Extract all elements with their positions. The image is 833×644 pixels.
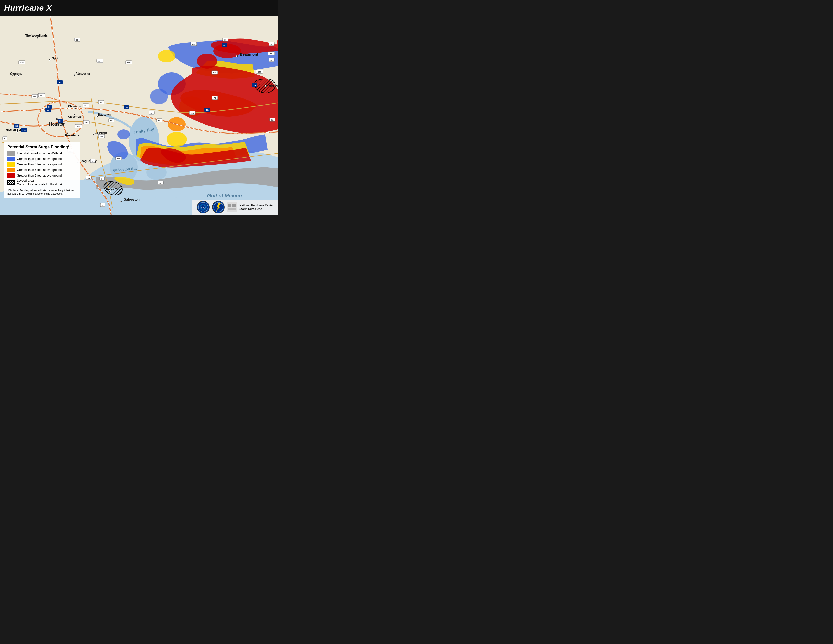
svg-point-11 xyxy=(158,50,175,63)
svg-text:65: 65 xyxy=(158,120,161,122)
svg-rect-153 xyxy=(232,204,236,207)
svg-text:The Woodlands: The Woodlands xyxy=(25,34,48,37)
legend-label-3ft: Greater than 3 feet above ground xyxy=(17,163,61,166)
svg-point-9 xyxy=(167,132,187,147)
legend-label-9ft: Greater than 9 feet above ground xyxy=(17,174,61,177)
svg-text:261: 261 xyxy=(40,95,43,97)
legend-title: Potential Storm Surge Flooding* xyxy=(7,145,77,150)
svg-text:45: 45 xyxy=(59,81,61,84)
svg-text:10: 10 xyxy=(125,106,128,109)
svg-text:Cypress: Cypress xyxy=(10,72,22,76)
svg-text:73: 73 xyxy=(214,97,216,99)
svg-point-13 xyxy=(197,53,217,69)
svg-text:99: 99 xyxy=(110,120,113,122)
svg-text:NOAA: NOAA xyxy=(201,206,206,208)
nhc-title-line1: National Hurricane Center xyxy=(239,204,273,207)
nhc-label: National Hurricane Center Storm Surge Un… xyxy=(239,204,273,211)
svg-text:59: 59 xyxy=(15,125,18,127)
legend-label-intertidal: Intertidal Zone/Estuarine Wetland xyxy=(17,151,62,155)
legend-label-1ft: Greater than 1 foot above ground xyxy=(17,157,61,161)
svg-point-22 xyxy=(265,85,267,87)
svg-text:La Porte: La Porte xyxy=(95,131,107,135)
svg-point-32 xyxy=(93,134,94,135)
svg-text:Baytown: Baytown xyxy=(98,113,111,116)
svg-text:82: 82 xyxy=(271,119,273,121)
svg-text:Pasadena: Pasadena xyxy=(65,134,79,137)
svg-text:124: 124 xyxy=(191,112,194,114)
svg-text:Port Arthur: Port Arthur xyxy=(268,84,278,88)
svg-point-7 xyxy=(150,89,168,104)
svg-text:Spring: Spring xyxy=(52,56,61,60)
svg-text:87: 87 xyxy=(270,59,273,61)
legend-label-6ft: Greater than 6 feet above ground xyxy=(17,168,61,172)
legend-swatch-blue xyxy=(7,156,15,161)
svg-text:62: 62 xyxy=(270,43,273,45)
legend-item-levee: Leveed areaConsult local officials for f… xyxy=(7,179,77,186)
legend-swatch-red xyxy=(7,173,15,178)
legend-swatch-grey xyxy=(7,151,15,156)
svg-text:Atascocita: Atascocita xyxy=(76,72,90,75)
nhc-title-line2: Storm Surge Unit xyxy=(239,207,273,211)
svg-text:134: 134 xyxy=(84,105,88,107)
legend-item-3ft: Greater than 3 feet above ground xyxy=(7,162,77,167)
svg-text:90: 90 xyxy=(60,120,61,122)
legend-footnote: *Displayed flooding values indicate the … xyxy=(7,188,77,195)
svg-text:134: 134 xyxy=(85,121,88,124)
legend: Potential Storm Surge Flooding* Intertid… xyxy=(4,142,80,198)
svg-text:87: 87 xyxy=(159,182,162,184)
legend-item-intertidal: Intertidal Zone/Estuarine Wetland xyxy=(7,151,77,156)
svg-text:10: 10 xyxy=(206,109,209,111)
legend-item-6ft: Greater than 6 feet above ground xyxy=(7,168,77,172)
svg-text:Texas City: Texas City xyxy=(106,188,121,191)
legend-swatch-yellow xyxy=(7,162,15,167)
svg-point-20 xyxy=(236,55,238,57)
svg-text:6: 6 xyxy=(102,204,103,206)
svg-text:61: 61 xyxy=(151,112,153,114)
svg-text:Cloverleaf: Cloverleaf xyxy=(68,115,82,118)
svg-point-48 xyxy=(16,131,18,133)
svg-text:124: 124 xyxy=(213,72,216,74)
svg-text:105: 105 xyxy=(192,43,195,45)
nhc-icon xyxy=(227,202,237,212)
svg-text:321: 321 xyxy=(98,60,102,63)
svg-text:3: 3 xyxy=(101,178,103,180)
svg-rect-152 xyxy=(228,204,231,207)
legend-swatch-orange xyxy=(7,168,15,172)
svg-text:90: 90 xyxy=(224,44,226,47)
legend-item-1ft: Greater than 1 foot above ground xyxy=(7,156,77,161)
svg-point-36 xyxy=(74,108,76,109)
svg-text:Beaumont: Beaumont xyxy=(240,52,258,56)
legend-label-levee: Leveed areaConsult local officials for f… xyxy=(17,179,63,186)
footer-logos: NOAA National Hurricane Center xyxy=(192,200,278,215)
svg-point-24 xyxy=(121,201,122,202)
svg-text:90: 90 xyxy=(100,101,103,103)
svg-text:310: 310 xyxy=(22,129,26,132)
map-container: Houston Beaumont Port Arthur Galveston T… xyxy=(0,16,278,215)
svg-text:249: 249 xyxy=(20,62,24,64)
header: Hurricane X xyxy=(0,0,278,16)
svg-text:Gulf of Mexico: Gulf of Mexico xyxy=(207,193,242,198)
svg-text:59: 59 xyxy=(76,39,79,41)
legend-item-9ft: Greater than 9 feet above ground xyxy=(7,173,77,178)
svg-text:358: 358 xyxy=(270,53,273,55)
svg-text:146: 146 xyxy=(100,135,103,138)
svg-point-8 xyxy=(117,129,130,139)
svg-rect-151 xyxy=(227,202,237,212)
svg-text:146: 146 xyxy=(127,62,130,64)
svg-text:290: 290 xyxy=(33,95,36,98)
nhc-text-block xyxy=(227,202,237,212)
svg-text:96: 96 xyxy=(88,177,90,179)
svg-text:90: 90 xyxy=(48,106,51,108)
svg-point-40 xyxy=(49,59,51,61)
svg-text:Galveston: Galveston xyxy=(124,198,140,201)
svg-text:73: 73 xyxy=(254,85,256,87)
legend-swatch-hatch xyxy=(7,180,15,185)
nws-logo xyxy=(212,201,225,213)
svg-text:225: 225 xyxy=(77,125,80,127)
svg-text:6: 6 xyxy=(4,137,6,140)
svg-text:610: 610 xyxy=(47,109,50,111)
svg-point-18 xyxy=(56,118,58,120)
svg-text:69: 69 xyxy=(224,39,227,41)
svg-point-44 xyxy=(74,74,75,76)
map-title: Hurricane X xyxy=(4,3,52,13)
